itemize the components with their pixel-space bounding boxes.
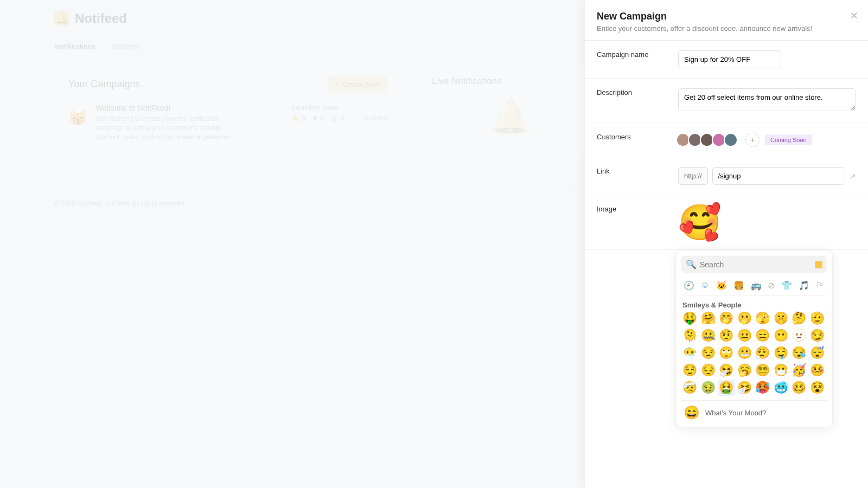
brand-name: Notifeed [75,11,127,26]
emoji-grid: 🤑🤗🤭🫢🫣🤫🤔🫡🫠🤐🤨😐😑😶🫥😏😶‍🌫️😒🙄😬😮‍💨🤤😪😴😌😔🤧🥱😵‍💫😷🥳🤒🤕… [681,310,827,396]
picker-footer-emoji: 😄 [684,405,700,420]
field-link: Link http:// ↗ [585,157,868,195]
link-prefix: http:// [678,167,708,185]
external-link-icon[interactable]: ↗ [850,172,856,181]
create-new-label: Create New [342,80,380,88]
emoji-cell[interactable]: 😷 [773,362,790,378]
field-campaign-name: Campaign name [585,41,868,79]
emoji-cell[interactable]: 😒 [700,345,717,361]
emoji-cell[interactable]: 😶‍🌫️ [681,345,699,361]
emoji-category[interactable]: 🍔 [733,280,744,291]
emoji-category[interactable]: 🎵 [799,280,809,291]
stat-clicks: 👆 0 [292,114,305,122]
tab-notifications[interactable]: Notifications [54,42,95,51]
field-customers: Customers + Coming Soon [585,123,868,157]
skin-tone-button[interactable] [815,261,822,268]
emoji-cell[interactable]: 🫠 [681,328,699,344]
emoji-picker: 🔍 🕘☺🐱🍔🚌⊘👕🎵🏳 Smileys & People 🤑🤗🤭🫢🫣🤫🤔🫡🫠🤐🤨… [675,250,833,427]
emoji-cell[interactable]: 😶 [773,328,790,344]
emoji-categories: 🕘☺🐱🍔🚌⊘👕🎵🏳 [681,278,827,296]
emoji-cell[interactable]: 🙄 [718,345,735,361]
live-title: Live Notifications [432,76,588,87]
emoji-cell[interactable]: 😐 [736,328,754,344]
emoji-cell[interactable]: 🥳 [790,362,808,378]
tab-settings[interactable]: Settings [112,42,139,51]
emoji-category[interactable]: 🐱 [716,280,727,291]
field-image: Image 🥰 [585,195,868,250]
emoji-cell[interactable]: 🫡 [809,310,826,326]
label-image: Image [597,205,678,213]
search-icon: 🔍 [686,259,697,269]
emoji-cell[interactable]: 😔 [700,362,717,378]
emoji-category[interactable]: 🕘 [684,280,694,291]
new-campaign-drawer: New Campaign Entice your customers, offe… [584,0,868,488]
close-icon[interactable]: ✕ [850,10,858,22]
emoji-category[interactable]: ☺ [701,280,710,291]
emoji-cell[interactable]: 🤗 [700,310,717,326]
emoji-cell[interactable]: 🤢 [700,380,717,396]
campaign-emoji: 😽 [68,109,87,127]
description-input[interactable]: Get 20 off select items from our online … [678,88,856,111]
create-new-button[interactable]: + Create New [328,76,387,93]
brand: 🔔 Notifeed [54,11,127,26]
campaign-title: Welcome to NotiFeed! [95,104,284,112]
live-card: Live Notifications 🔔 [418,62,602,156]
campaign-name-input[interactable] [678,50,781,68]
emoji-cell[interactable]: 🤨 [718,328,735,344]
emoji-cell[interactable]: 😬 [736,345,754,361]
plus-icon: + [335,80,340,88]
campaign-status: disabled [363,114,387,122]
emoji-cell[interactable]: 😑 [754,328,771,344]
emoji-cell[interactable]: 🫥 [790,328,808,344]
live-bell-icon: 🔔 [432,98,588,136]
emoji-section-title: Smileys & People [682,301,826,309]
emoji-cell[interactable]: 🤮 [718,380,735,396]
emoji-cell[interactable]: 😵 [809,380,826,396]
emoji-cell[interactable]: 😏 [809,328,826,344]
emoji-category[interactable]: 🚌 [751,280,762,291]
emoji-cell[interactable]: 🫢 [736,310,754,326]
stat-views: 👁 0 [312,114,324,122]
stat-carts: 🛒 0 [330,114,344,122]
emoji-category[interactable]: 🏳 [816,280,825,291]
avatar [724,133,738,147]
emoji-cell[interactable]: 🥶 [773,380,790,396]
emoji-cell[interactable]: 🤧 [718,362,735,378]
emoji-cell[interactable]: 🤧 [736,380,754,396]
emoji-cell[interactable]: 🤔 [790,310,808,326]
emoji-search-input[interactable] [700,260,812,269]
emoji-cell[interactable]: 🤕 [681,380,699,396]
emoji-cell[interactable]: 🤒 [809,362,826,378]
campaigns-card: Your Campaigns + Create New 😽 Welcome to… [54,62,401,156]
emoji-cell[interactable]: 🤐 [700,328,717,344]
emoji-cell[interactable]: 🤑 [681,310,699,326]
emoji-cell[interactable]: 😵‍💫 [754,362,771,378]
emoji-cell[interactable]: 🤫 [773,310,790,326]
label-campaign-name: Campaign name [597,50,678,68]
link-input[interactable] [712,167,845,185]
drawer-title: New Campaign [597,11,856,22]
campaigns-title: Your Campaigns [68,79,140,90]
selected-emoji[interactable]: 🥰 [678,205,856,240]
emoji-cell[interactable]: 😮‍💨 [754,345,771,361]
emoji-cell[interactable]: 😌 [681,362,699,378]
emoji-cell[interactable]: 😴 [809,345,826,361]
emoji-cell[interactable]: 🥴 [790,380,808,396]
campaign-item[interactable]: 😽 Welcome to NotiFeed! Use Notifeed to c… [68,104,387,142]
emoji-cell[interactable]: 🥵 [754,380,771,396]
customer-avatars [678,133,738,147]
emoji-cell[interactable]: 🫣 [754,310,771,326]
picker-footer-text: What's Your Mood? [705,409,766,417]
drawer-subtitle: Entice your customers, offer a discount … [597,24,856,33]
emoji-cell[interactable]: 🥱 [736,362,754,378]
campaign-launched: Launched today [292,104,344,111]
field-description: Description Get 20 off select items from… [585,79,868,123]
emoji-category[interactable]: 👕 [781,280,792,291]
brand-icon: 🔔 [54,11,69,26]
emoji-category[interactable]: ⊘ [768,280,775,291]
add-customer-button[interactable]: + [745,133,760,147]
coming-soon-badge: Coming Soon [765,134,812,145]
emoji-cell[interactable]: 🤭 [718,310,735,326]
emoji-cell[interactable]: 😪 [790,345,808,361]
emoji-cell[interactable]: 🤤 [773,345,790,361]
